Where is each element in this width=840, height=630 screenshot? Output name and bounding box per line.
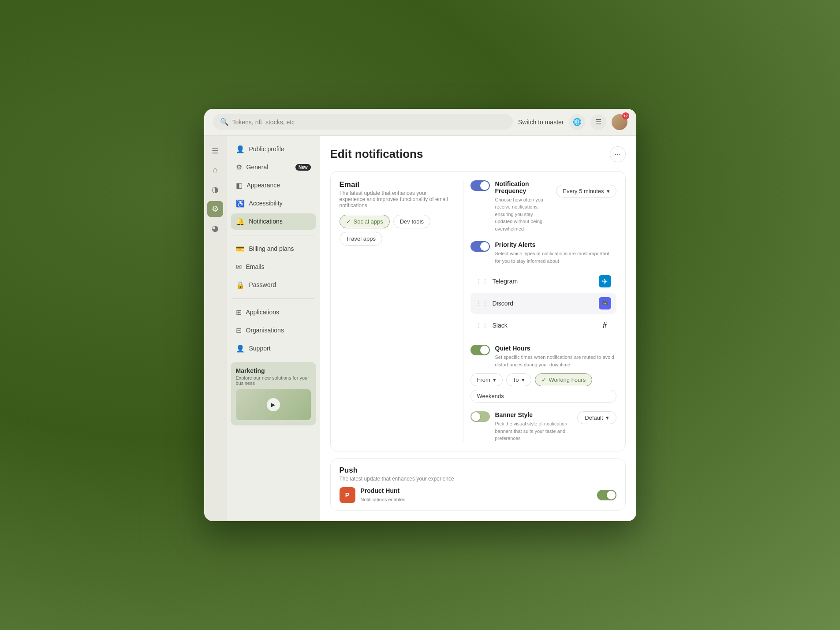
apps-list: ⋮⋮ Telegram ✈ ⋮⋮ Discord [470,271,616,336]
search-input[interactable] [232,119,506,126]
discord-icon: 🎮 [599,297,611,309]
sidebar-item-accessibility[interactable]: ♿ Accessibility [231,195,316,212]
app-name-discord: Discord [493,300,513,307]
main-content: Edit notifications ··· Email The latest … [320,136,636,522]
sidebar-icon-home[interactable]: ⌂ [207,162,223,178]
more-options-button[interactable]: ··· [610,146,626,162]
sidebar-item-general[interactable]: ⚙ General New [231,159,316,175]
app-name-telegram: Telegram [493,278,518,285]
tag-dev-tools[interactable]: Dev tools [393,215,430,228]
marketing-image: ▶ [236,389,311,420]
page-header: Edit notifications ··· [330,146,626,162]
sidebar-item-label: Billing and plans [249,245,294,252]
sidebar-item-billing[interactable]: 💳 Billing and plans [231,241,316,257]
banner-toggle[interactable] [470,411,490,422]
working-hours-label: Working hours [549,377,586,383]
sidebar-icon-pie[interactable]: ◕ [207,220,223,236]
banner-title: Banner Style [495,411,572,418]
sidebar-icon-chart[interactable]: ◑ [207,182,223,198]
chevron-down-icon: ▾ [493,377,496,383]
product-hunt-title: Product Hunt [361,487,592,494]
banner-style-select[interactable]: Default ▾ [577,411,616,424]
slack-icon: # [599,319,611,332]
banner-desc: Pick the visual style of notification ba… [495,420,572,442]
quiet-desc: Set specific times when notifications ar… [495,354,616,368]
avatar-button[interactable]: 12 [612,114,627,130]
to-select[interactable]: To ▾ [506,373,531,386]
freq-info: Notification Frequency Choose how often … [495,180,551,233]
toggle-thumb [607,491,616,500]
freq-desc: Choose how often you receive notificatio… [495,196,551,233]
sidebar-item-notifications[interactable]: 🔔 Notifications [231,213,316,230]
app-name-slack: Slack [493,322,508,329]
priority-title: Priority Alerts [495,241,616,248]
left-sidebar: 👤 Public profile ⚙ General New ◧ Appeara… [227,136,320,522]
drag-handle-icon[interactable]: ⋮⋮ [476,300,488,307]
sidebar-item-label: General [246,164,269,171]
email-tag-row: ✓ Social apps Dev tools Travel apps [340,215,454,246]
search-box[interactable]: 🔍 [213,114,513,130]
priority-toggle[interactable] [470,241,490,252]
product-hunt-desc: Notifications enabled [361,496,592,503]
general-badge: New [295,164,311,171]
sidebar-item-password[interactable]: 🔒 Password [231,277,316,293]
email-label: Email [340,180,454,189]
top-bar: 🔍 Switch to master 🌐 ☰ 12 [204,109,636,136]
sidebar-item-label: Public profile [249,145,284,153]
switch-to-master-button[interactable]: Switch to master [518,119,564,126]
general-icon: ⚙ [236,163,242,171]
tag-social-apps[interactable]: ✓ Social apps [340,215,390,228]
sidebar-item-public-profile[interactable]: 👤 Public profile [231,141,316,157]
check-icon: ✓ [346,218,351,225]
telegram-icon: ✈ [599,275,611,287]
freq-header: Notification Frequency Choose how often … [470,180,616,233]
chevron-down-icon: ▾ [606,414,609,421]
banner-style-setting: Banner Style Pick the visual style of no… [470,411,616,442]
product-hunt-icon: P [340,487,355,503]
globe-icon-button[interactable]: 🌐 [569,114,585,130]
sidebar-item-emails[interactable]: ✉ Emails [231,259,316,275]
sidebar-item-support[interactable]: 👤 Support [231,340,316,357]
freq-actions: Every 5 minutes ▾ [556,180,616,198]
quiet-header: Quiet Hours Set specific times when noti… [470,345,616,368]
sidebar-icon-settings[interactable]: ⚙ [207,201,223,217]
sidebar-item-label: Support [249,345,271,352]
sidebar-item-organisations[interactable]: ⊟ Organisations [231,322,316,339]
play-button[interactable]: ▶ [267,398,280,411]
organisations-icon: ⊟ [236,326,242,335]
freq-toggle[interactable] [470,180,490,191]
frequency-select[interactable]: Every 5 minutes ▾ [556,185,616,198]
app-item-left: ⋮⋮ Slack [476,322,508,329]
product-hunt-toggle[interactable] [597,490,616,500]
frequency-value: Every 5 minutes [563,188,604,194]
push-label: Push [340,466,358,475]
sidebar-item-label: Notifications [249,218,283,225]
marketing-card: Marketing Explore our new solutions for … [231,362,316,425]
drag-handle-icon[interactable]: ⋮⋮ [476,278,488,285]
banner-toggle-wrap [470,411,490,422]
banner-value: Default [585,414,603,421]
from-select[interactable]: From ▾ [470,373,503,386]
sidebar-icon-menu[interactable]: ☰ [207,143,223,159]
weekends-button[interactable]: Weekends [470,390,616,403]
toggle-thumb [480,242,489,251]
menu-icon-button[interactable]: ☰ [590,114,606,130]
tag-travel-apps[interactable]: Travel apps [340,232,382,246]
sidebar-item-label: Accessibility [249,200,283,207]
drag-handle-icon[interactable]: ⋮⋮ [476,322,488,329]
email-left: Email The latest update that enhances yo… [340,180,454,442]
app-item-discord: ⋮⋮ Discord 🎮 [470,293,616,314]
email-notification-row: Email The latest update that enhances yo… [340,180,616,442]
sidebar-item-appearance[interactable]: ◧ Appearance [231,177,316,194]
working-hours-button[interactable]: ✓ Working hours [535,373,593,386]
priority-toggle-wrap [470,241,490,252]
public-profile-icon: 👤 [236,145,245,153]
quiet-row: From ▾ To ▾ ✓ Working hours [470,373,616,386]
search-icon: 🔍 [220,118,229,126]
email-section: Email The latest update that enhances yo… [330,171,626,451]
quiet-toggle[interactable] [470,345,490,355]
sidebar-item-label: Password [249,281,276,288]
notifications-icon: 🔔 [236,217,245,226]
sidebar-item-applications[interactable]: ⊞ Applications [231,304,316,321]
quiet-info: Quiet Hours Set specific times when noti… [495,345,616,368]
